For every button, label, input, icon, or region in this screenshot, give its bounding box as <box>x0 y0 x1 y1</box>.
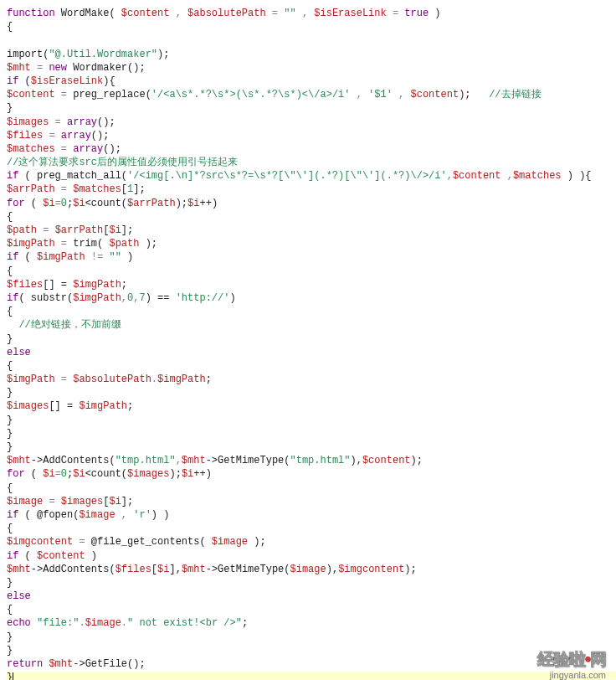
var: $isEraseLink <box>31 75 103 87</box>
semi: ; <box>242 617 248 629</box>
op: , <box>296 8 315 19</box>
semi: ; <box>206 373 212 385</box>
cursor-line[interactable]: } <box>7 672 616 680</box>
var: $mht <box>49 658 73 670</box>
paren: ) <box>429 8 440 19</box>
ctor: Wordmaker(); <box>67 62 146 74</box>
bracket: ]; <box>133 183 145 195</box>
paren: ); <box>411 455 423 466</box>
var: $i <box>182 468 193 480</box>
op: , <box>350 89 368 100</box>
brace: { <box>7 360 13 372</box>
string: "" <box>284 8 295 19</box>
var: $mht <box>182 564 206 575</box>
var: $matches <box>513 170 562 182</box>
string: 'r' <box>133 509 151 521</box>
var: $arrPath <box>7 183 55 195</box>
comment: //这个算法要求src后的属性值必须使用引号括起来 <box>7 157 238 168</box>
paren: ), <box>351 455 362 466</box>
op: ++) <box>199 198 218 209</box>
var: $i <box>109 224 121 236</box>
keyword-if: if <box>7 170 18 182</box>
var: $image <box>212 536 248 548</box>
var: $files <box>7 279 43 291</box>
text-cursor <box>13 672 14 680</box>
brace: } <box>7 577 13 589</box>
string: '$1' <box>368 89 393 100</box>
var: $image <box>7 496 43 507</box>
op: = <box>387 8 405 19</box>
var: $i <box>73 198 85 209</box>
paren: ); <box>176 198 187 209</box>
keyword-for: for <box>7 198 25 209</box>
op: ) == <box>146 292 176 304</box>
var: $absolutePath <box>187 8 266 19</box>
op: = <box>266 8 285 19</box>
string: "" <box>109 251 121 263</box>
var: $imgPath <box>79 400 127 412</box>
paren: (); <box>97 116 116 128</box>
bracket: ], <box>169 564 181 575</box>
op: [] = <box>43 279 73 291</box>
paren: ) <box>121 251 133 263</box>
op: . <box>151 373 157 385</box>
var: $content <box>362 455 411 466</box>
paren: ) <box>85 550 97 562</box>
number: 0 <box>61 198 67 209</box>
op: . <box>79 617 85 629</box>
var: $path <box>109 238 139 250</box>
var: $imgPath <box>73 279 121 291</box>
op: = <box>37 224 55 236</box>
var: $images <box>61 496 103 507</box>
keyword-array: array <box>67 116 97 128</box>
var: $image <box>290 564 326 575</box>
semi: ; <box>121 279 127 291</box>
brace: } <box>7 333 13 345</box>
var: $imgPath <box>73 292 121 304</box>
var: $i <box>73 468 85 480</box>
keyword-if: if <box>7 509 18 521</box>
paren: ); <box>157 49 169 60</box>
keyword-return: return <box>7 658 43 670</box>
keyword-if: if <box>7 251 18 263</box>
var: $imgcontent <box>338 564 404 575</box>
var: $path <box>7 224 37 236</box>
number: 0 <box>61 468 67 480</box>
op: ++) <box>193 468 212 480</box>
string: "tmp.html" <box>116 455 176 466</box>
bracket: [ <box>121 183 127 195</box>
op: = <box>73 536 91 548</box>
paren: ( <box>25 468 44 480</box>
op: = <box>43 496 61 507</box>
code-editor: function WordMake( $content , $absoluteP… <box>7 7 609 680</box>
brace: } <box>7 631 13 643</box>
fn-call: @file_get_contents( <box>91 536 212 548</box>
paren: ), <box>326 564 338 575</box>
op: , <box>393 89 411 100</box>
paren: ); <box>139 238 157 250</box>
var: $i <box>187 198 199 209</box>
op: , <box>116 509 134 521</box>
var: $imgPath <box>7 373 55 385</box>
string: "@.Util.Wordmaker" <box>49 49 157 60</box>
brace: } <box>7 672 13 680</box>
string: " not exist!<br />" <box>127 617 242 629</box>
fn-call: import( <box>7 49 49 60</box>
brace: { <box>7 265 13 277</box>
brace: } <box>7 441 13 453</box>
op: , <box>176 455 182 466</box>
brace: { <box>7 211 13 223</box>
op: , <box>447 170 453 182</box>
keyword-else: else <box>7 347 31 358</box>
op: , <box>169 8 187 19</box>
brace: { <box>7 604 13 616</box>
brace: { <box>7 306 13 317</box>
brace: { <box>7 482 13 494</box>
semi: ; <box>127 400 133 412</box>
brace: } <box>7 428 13 440</box>
method: ->AddContents( <box>31 455 116 466</box>
op: = <box>43 130 61 142</box>
op: = <box>49 116 67 128</box>
var: $imgPath <box>7 238 55 250</box>
brace: } <box>7 415 13 426</box>
